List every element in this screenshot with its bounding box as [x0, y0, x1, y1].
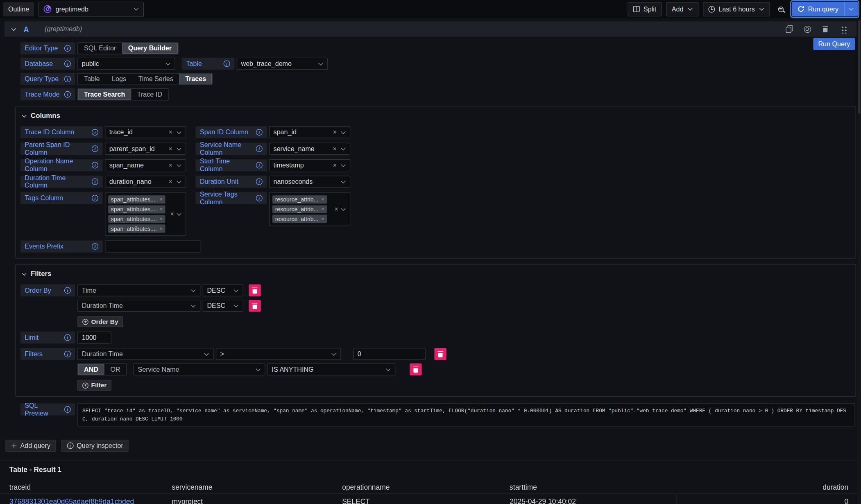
drag-query-handle[interactable] — [837, 23, 850, 36]
run-query-button[interactable]: Run query — [792, 2, 844, 16]
info-icon[interactable] — [64, 91, 71, 98]
clear-icon[interactable] — [169, 162, 172, 168]
column-header-starttime[interactable]: starttime — [510, 483, 677, 491]
info-icon[interactable] — [256, 145, 263, 152]
zoom-out-time-button[interactable] — [774, 2, 787, 16]
database-select[interactable]: public — [77, 58, 175, 70]
radio-option-and[interactable]: AND — [78, 364, 104, 375]
order-by-direction-select[interactable]: DESC — [203, 300, 243, 312]
filter-value-input[interactable]: 0 — [353, 348, 426, 360]
datasource-picker[interactable]: greptimedb — [39, 1, 144, 17]
clear-icon[interactable] — [333, 145, 336, 152]
filters-section-header[interactable]: Filters — [21, 269, 851, 279]
start-time-column-select[interactable]: timestamp — [269, 159, 350, 171]
service-tags-column-multiselect[interactable]: resource_attrib... resource_attrib... re… — [269, 192, 350, 226]
info-icon[interactable] — [64, 334, 71, 341]
clear-icon[interactable] — [169, 145, 172, 152]
filter-operator-select[interactable]: IS ANYTHING — [267, 363, 395, 375]
info-icon[interactable] — [64, 60, 71, 67]
radio-option-or[interactable]: OR — [104, 364, 127, 375]
filter-operator-select[interactable]: > — [216, 348, 341, 360]
radio-option-time-series[interactable]: Time Series — [132, 74, 179, 85]
column-header-duration[interactable]: duration — [677, 483, 861, 491]
clear-icon[interactable] — [169, 129, 172, 136]
remove-order-by-button[interactable] — [249, 300, 261, 312]
remove-tag-icon[interactable] — [159, 216, 163, 221]
info-icon[interactable] — [92, 243, 98, 250]
column-header-operationname[interactable]: operationname — [342, 483, 510, 491]
remove-tag-icon[interactable] — [321, 216, 324, 221]
info-icon[interactable] — [256, 129, 263, 136]
info-icon[interactable] — [64, 45, 71, 52]
info-icon[interactable] — [256, 179, 263, 185]
order-by-field-select[interactable]: Duration Time — [77, 300, 200, 312]
info-icon[interactable] — [92, 145, 98, 152]
info-icon[interactable] — [92, 129, 98, 136]
info-icon[interactable] — [92, 195, 98, 201]
remove-order-by-button[interactable] — [249, 284, 261, 296]
remove-tag-icon[interactable] — [159, 206, 163, 212]
traceid-link[interactable]: 3768831301ea0d65adaef8b9da1cbded — [9, 497, 134, 504]
events-prefix-input[interactable] — [105, 240, 200, 252]
duplicate-query-button[interactable] — [782, 23, 795, 36]
time-range-button[interactable]: Last 6 hours — [702, 2, 770, 16]
radio-option-traces[interactable]: Traces — [179, 74, 212, 85]
remove-filter-button[interactable] — [410, 363, 421, 375]
clear-all-icon[interactable] — [334, 206, 338, 212]
scrollbar-thumb[interactable] — [858, 20, 860, 114]
remove-filter-button[interactable] — [434, 348, 446, 360]
add-order-by-button[interactable]: Order By — [77, 316, 123, 327]
run-query-dropdown-button[interactable] — [844, 2, 858, 16]
add-filter-button[interactable]: Filter — [77, 380, 111, 391]
remove-tag-icon[interactable] — [159, 197, 163, 202]
limit-input[interactable]: 1000 — [77, 332, 111, 344]
tags-column-multiselect[interactable]: span_attributes.... span_attributes.... … — [105, 192, 186, 236]
order-by-direction-select[interactable]: DESC — [203, 284, 243, 296]
columns-section-header[interactable]: Columns — [21, 111, 851, 121]
service-name-column-select[interactable]: service_name — [269, 143, 350, 155]
clear-all-icon[interactable] — [170, 211, 174, 217]
add-button[interactable]: Add — [666, 2, 698, 16]
trace-id-column-select[interactable]: trace_id — [105, 126, 186, 138]
query-row-header[interactable]: A (greptimedb) — [5, 21, 857, 37]
remove-tag-icon[interactable] — [159, 226, 163, 231]
radio-option-table[interactable]: Table — [78, 74, 106, 85]
remove-query-button[interactable] — [819, 23, 832, 36]
info-icon[interactable] — [92, 162, 98, 168]
info-icon[interactable] — [224, 60, 230, 67]
order-by-field-select[interactable]: Time — [77, 284, 200, 296]
filter-field-select[interactable]: Duration Time — [77, 348, 213, 360]
info-icon[interactable] — [64, 76, 71, 82]
remove-tag-icon[interactable] — [321, 197, 324, 202]
collapse-filters-icon[interactable] — [21, 271, 27, 276]
add-query-button[interactable]: Add query — [5, 440, 56, 452]
split-button[interactable]: Split — [628, 2, 662, 16]
operation-name-column-select[interactable]: span_name — [105, 159, 186, 171]
radio-option-sql-editor[interactable]: SQL Editor — [78, 43, 122, 54]
radio-option-logs[interactable]: Logs — [106, 74, 132, 85]
outline-button[interactable]: Outline — [3, 2, 34, 16]
radio-option-trace-search[interactable]: Trace Search — [78, 89, 131, 100]
span-id-column-select[interactable]: span_id — [269, 126, 350, 138]
info-icon[interactable] — [256, 195, 263, 201]
collapse-columns-icon[interactable] — [21, 113, 27, 118]
query-inspector-button[interactable]: Query inspector — [61, 440, 129, 452]
radio-option-trace-id[interactable]: Trace ID — [131, 89, 168, 100]
parent-span-id-column-select[interactable]: parent_span_id — [105, 143, 186, 155]
clear-icon[interactable] — [169, 179, 172, 185]
info-icon[interactable] — [256, 162, 263, 168]
clear-icon[interactable] — [333, 129, 336, 136]
column-header-traceid[interactable]: traceid — [0, 483, 172, 491]
duration-time-column-select[interactable]: duration_nano — [105, 176, 186, 188]
info-icon[interactable] — [64, 406, 71, 413]
duration-unit-select[interactable]: nanoseconds — [269, 176, 350, 188]
run-query-panel-button[interactable]: Run Query — [813, 38, 855, 50]
column-header-servicename[interactable]: servicename — [172, 483, 342, 491]
table-select[interactable]: web_trace_demo — [237, 58, 328, 70]
clear-icon[interactable] — [333, 162, 336, 168]
hide-response-button[interactable] — [801, 23, 814, 36]
remove-tag-icon[interactable] — [321, 206, 324, 212]
filter-field-select[interactable]: Service Name — [134, 363, 265, 375]
info-icon[interactable] — [64, 351, 71, 357]
info-icon[interactable] — [64, 287, 71, 294]
